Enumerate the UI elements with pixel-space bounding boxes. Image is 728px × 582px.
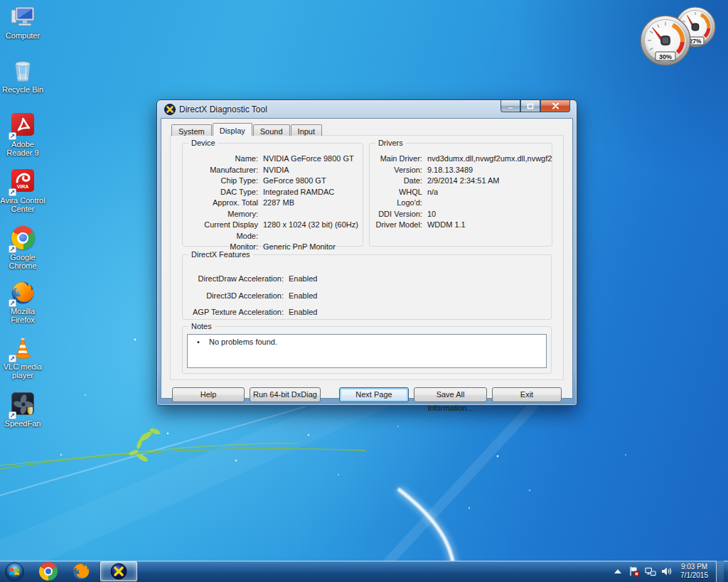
- feature-row: DirectDraw Acceleration:Enabled: [187, 271, 547, 288]
- desktop-icon-label: Google Chrome: [0, 253, 46, 270]
- desktop-icon-speedfan[interactable]: ➚ SpeedFan: [0, 391, 46, 428]
- chrome-icon: ➚: [10, 226, 36, 252]
- close-button[interactable]: [540, 100, 570, 112]
- notes-listbox[interactable]: • No problems found.: [187, 334, 547, 368]
- clock-time: 9:03 PM: [680, 563, 708, 571]
- desktop-icon-adobe-reader[interactable]: ➚ Adobe Reader 9: [0, 112, 46, 157]
- firefox-icon: [72, 562, 90, 581]
- ram-usage-value: 27%: [689, 38, 701, 45]
- dialog-button-row: Help Run 64-bit DxDiag Next Page Save Al…: [170, 387, 564, 402]
- desktop-icon-label: Avira Control Center: [0, 196, 46, 213]
- tab-strip: System Display Sound Input: [170, 124, 564, 136]
- dxdiag-app-icon: [164, 104, 176, 115]
- minimize-button[interactable]: [500, 100, 520, 112]
- device-row: Chip Type:GeForce 9800 GT: [187, 176, 358, 187]
- driver-row: Version:9.18.13.3489: [374, 165, 552, 176]
- chrome-icon: [39, 562, 58, 581]
- dialog-client-area: System Display Sound Input Device Name:N…: [161, 118, 573, 399]
- shortcut-arrow-icon: ➚: [9, 245, 16, 253]
- system-tray: 9:03 PM 7/1/2015: [612, 561, 728, 582]
- desktop-icon-avira[interactable]: VIRA ➚ Avira Control Center: [0, 168, 46, 213]
- hidden-icons-arrow[interactable]: [612, 566, 623, 577]
- device-row: Manufacturer:NVIDIA: [187, 165, 358, 176]
- device-row: Name:NVIDIA GeForce 9800 GT: [187, 153, 358, 165]
- desktop-icon-recycle-bin[interactable]: Recycle Bin: [0, 58, 46, 94]
- clock-date: 7/1/2015: [680, 571, 708, 580]
- adobe-reader-icon: ➚: [10, 113, 36, 139]
- device-row: Current Display Mode:1280 x 1024 (32 bit…: [187, 220, 358, 242]
- show-desktop-button[interactable]: [716, 561, 724, 582]
- desktop-icon-label: Mozilla Firefox: [0, 307, 46, 324]
- dxdiag-icon: [110, 563, 127, 580]
- firefox-icon: ➚: [10, 280, 36, 306]
- taskbar-dxdiag-button[interactable]: [100, 561, 137, 581]
- volume-icon[interactable]: [661, 566, 673, 577]
- tab-system[interactable]: System: [171, 124, 212, 136]
- tab-input[interactable]: Input: [291, 124, 322, 136]
- window-title: DirectX Diagnostic Tool: [179, 104, 267, 114]
- dxdiag-window: DirectX Diagnostic Tool System Display S…: [156, 99, 577, 406]
- driver-row: Driver Model:WDDM 1.1: [374, 220, 552, 231]
- drivers-groupbox-title: Drivers: [375, 139, 406, 147]
- desktop-icon-label: Adobe Reader 9: [0, 140, 46, 157]
- maximize-button[interactable]: [520, 100, 540, 112]
- notes-groupbox-title: Notes: [188, 322, 215, 330]
- device-row: Approx. Total Memory:2287 MB: [187, 198, 358, 220]
- device-groupbox-title: Device: [188, 139, 218, 147]
- action-center-flag-icon[interactable]: [628, 566, 640, 577]
- shortcut-arrow-icon: ➚: [9, 355, 16, 362]
- desktop-icon-computer[interactable]: Computer: [0, 4, 46, 40]
- notes-item: • No problems found.: [188, 338, 546, 346]
- feature-row: Direct3D Acceleration:Enabled: [187, 288, 547, 305]
- cpu-usage-value: 30%: [659, 53, 672, 60]
- directx-features-title: DirectX Features: [188, 250, 253, 259]
- svg-text:VIRA: VIRA: [17, 184, 29, 189]
- help-button[interactable]: Help: [172, 387, 245, 402]
- taskbar-clock[interactable]: 9:03 PM 7/1/2015: [678, 563, 711, 580]
- next-page-button[interactable]: Next Page: [339, 387, 409, 402]
- driver-row: WHQL Logo'd:n/a: [374, 187, 552, 209]
- taskbar-firefox-button[interactable]: [69, 561, 93, 581]
- computer-icon: [10, 4, 36, 30]
- recycle-bin-icon: [10, 58, 36, 84]
- desktop-icon-chrome[interactable]: ➚ Google Chrome: [0, 225, 46, 270]
- directx-features-groupbox: DirectX Features DirectDraw Acceleration…: [182, 254, 552, 320]
- desktop: Computer Recycle Bin ➚ Adobe Reader 9: [0, 0, 728, 582]
- cpu-meter-gadget[interactable]: 27% 30%: [638, 1, 722, 70]
- notes-text: No problems found.: [209, 338, 277, 346]
- driver-row: DDI Version:10: [374, 209, 552, 220]
- taskbar-chrome-button[interactable]: [36, 561, 60, 581]
- avira-icon: VIRA ➚: [10, 169, 36, 195]
- tab-sound[interactable]: Sound: [253, 124, 290, 136]
- driver-row: Main Driver:nvd3dumx.dll,nvwgf2umx.dll,n…: [374, 153, 552, 165]
- shortcut-arrow-icon: ➚: [9, 132, 16, 140]
- vlc-icon: ➚: [10, 335, 36, 361]
- desktop-icon-label: Computer: [0, 31, 46, 40]
- taskbar: 9:03 PM 7/1/2015: [0, 561, 728, 582]
- tab-display[interactable]: Display: [213, 123, 252, 136]
- shortcut-arrow-icon: ➚: [9, 411, 16, 419]
- network-icon[interactable]: [645, 566, 656, 577]
- start-button[interactable]: [2, 561, 26, 581]
- speedfan-icon: ➚: [10, 392, 36, 418]
- cpu-gauge: 30%: [641, 16, 690, 65]
- exit-button[interactable]: Exit: [492, 387, 562, 402]
- desktop-icon-vlc[interactable]: ➚ VLC media player: [0, 335, 46, 379]
- window-titlebar[interactable]: DirectX Diagnostic Tool: [161, 100, 573, 118]
- desktop-icon-firefox[interactable]: ➚ Mozilla Firefox: [0, 280, 46, 324]
- desktop-icon-label: VLC media player: [0, 362, 46, 379]
- device-row: DAC Type:Integrated RAMDAC: [187, 187, 358, 198]
- driver-row: Date:2/9/2014 2:34:51 AM: [374, 176, 552, 187]
- feature-row: AGP Texture Acceleration:Enabled: [187, 304, 547, 321]
- drivers-groupbox: Drivers Main Driver:nvd3dumx.dll,nvwgf2u…: [369, 143, 552, 247]
- desktop-icon-label: SpeedFan: [0, 419, 46, 428]
- bullet: •: [188, 338, 209, 346]
- notes-groupbox: Notes • No problems found.: [182, 326, 552, 374]
- desktop-icon-label: Recycle Bin: [0, 85, 46, 94]
- run-64bit-dxdiag-button[interactable]: Run 64-bit DxDiag: [250, 387, 321, 402]
- shortcut-arrow-icon: ➚: [9, 299, 16, 307]
- display-tab-page: Device Name:NVIDIA GeForce 9800 GT Manuf…: [170, 135, 564, 380]
- save-all-information-button[interactable]: Save All Information...: [414, 387, 487, 402]
- shortcut-arrow-icon: ➚: [9, 188, 16, 196]
- device-groupbox: Device Name:NVIDIA GeForce 9800 GT Manuf…: [182, 143, 363, 247]
